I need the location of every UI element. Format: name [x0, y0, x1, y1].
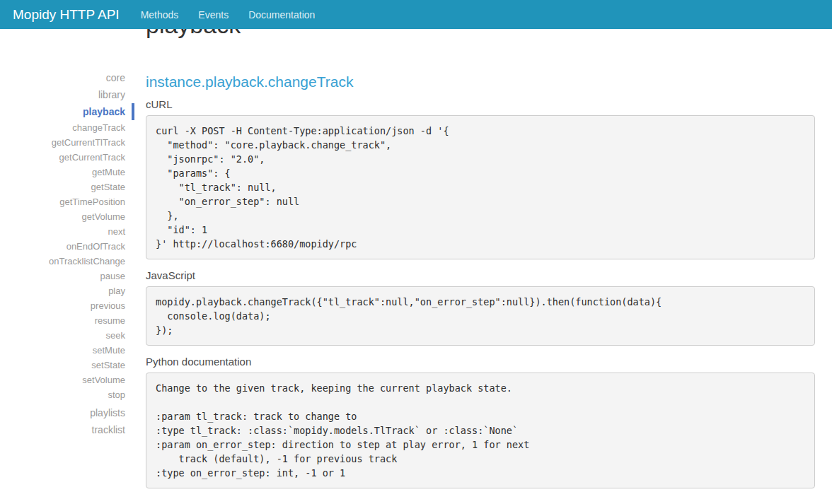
sidebar-subitem-resume: resume — [0, 313, 134, 328]
sidebar-subitem-play: play — [0, 283, 134, 298]
sidebar-sublink-getState[interactable]: getState — [0, 180, 134, 194]
code-text: Change to the given track, keeping the c… — [156, 382, 529, 479]
sidebar-sublink-setMute[interactable]: setMute — [0, 343, 134, 358]
sidebar-subitem-setState: setState — [0, 358, 134, 373]
navbar-links: Methods Events Documentation — [131, 9, 325, 20]
sidebar-item-playback: playbackchangeTrackgetCurrentTlTrackgetC… — [0, 103, 134, 402]
sidebar-subitem-stop: stop — [0, 387, 134, 402]
sidebar-subitem-onTracklistChange: onTracklistChange — [0, 254, 134, 269]
sidebar-subitem-getMute: getMute — [0, 165, 134, 180]
brand-link[interactable]: Mopidy HTTP API — [13, 7, 120, 23]
code-block: curl -X POST -H Content-Type:application… — [146, 115, 815, 259]
sidebar-subitem-getTimePosition: getTimePosition — [0, 194, 134, 209]
code-section: JavaScript mopidy.playback.changeTrack({… — [146, 269, 815, 346]
sidebar-subitem-changeTrack: changeTrack — [0, 120, 134, 135]
sidebar-link-core[interactable]: core — [0, 69, 134, 86]
nav-link-methods[interactable]: Methods — [131, 9, 189, 20]
sidebar-sublink-onEndOfTrack[interactable]: onEndOfTrack — [0, 239, 134, 254]
sidebar-item-tracklist: tracklist — [0, 421, 134, 438]
sidebar-sublink-getCurrentTlTrack[interactable]: getCurrentTlTrack — [0, 135, 134, 150]
sidebar-subitem-getCurrentTrack: getCurrentTrack — [0, 150, 134, 165]
code-section-label: Python documentation — [146, 355, 815, 368]
sidebar: corelibraryplaybackchangeTrackgetCurrent… — [0, 69, 134, 438]
code-block: mopidy.playback.changeTrack({"tl_track":… — [146, 286, 815, 346]
code-text: curl -X POST -H Content-Type:application… — [156, 125, 449, 250]
code-block: Change to the given track, keeping the c… — [146, 373, 815, 488]
sidebar-link-tracklist[interactable]: tracklist — [0, 421, 134, 438]
sidebar-link-playback[interactable]: playback — [0, 103, 134, 120]
sidebar-subitem-pause: pause — [0, 269, 134, 283]
sidebar-sublink-onTracklistChange[interactable]: onTracklistChange — [0, 254, 134, 269]
sidebar-subitem-setMute: setMute — [0, 343, 134, 358]
top-navbar: Mopidy HTTP API Methods Events Documenta… — [0, 0, 832, 29]
sidebar-sublink-setState[interactable]: setState — [0, 358, 134, 373]
page: playback Mopidy HTTP API Methods Events … — [0, 0, 832, 504]
sidebar-link-library[interactable]: library — [0, 86, 134, 103]
sidebar-sublink-setVolume[interactable]: setVolume — [0, 373, 134, 387]
sidebar-sublink-next[interactable]: next — [0, 224, 134, 239]
main-content: instance.playback.changeTrack cURL curl … — [146, 68, 815, 488]
sidebar-item-library: library — [0, 86, 134, 103]
sidebar-subitem-seek: seek — [0, 328, 134, 343]
sidebar-sublink-getVolume[interactable]: getVolume — [0, 209, 134, 224]
code-sections: cURL curl -X POST -H Content-Type:applic… — [146, 98, 815, 488]
sidebar-sublist-playback: changeTrackgetCurrentTlTrackgetCurrentTr… — [0, 120, 134, 402]
sidebar-subitem-getVolume: getVolume — [0, 209, 134, 224]
sidebar-sublink-pause[interactable]: pause — [0, 269, 134, 283]
sidebar-subitem-getState: getState — [0, 180, 134, 194]
sidebar-sublink-getTimePosition[interactable]: getTimePosition — [0, 194, 134, 209]
sidebar-sublink-stop[interactable]: stop — [0, 387, 134, 402]
sidebar-subitem-getCurrentTlTrack: getCurrentTlTrack — [0, 135, 134, 150]
sidebar-item-core: core — [0, 69, 134, 86]
sidebar-sublink-getMute[interactable]: getMute — [0, 165, 134, 180]
sidebar-sublink-previous[interactable]: previous — [0, 298, 134, 313]
sidebar-sublink-seek[interactable]: seek — [0, 328, 134, 343]
sidebar-subitem-previous: previous — [0, 298, 134, 313]
sidebar-sublink-getCurrentTrack[interactable]: getCurrentTrack — [0, 150, 134, 165]
sidebar-sublink-changeTrack[interactable]: changeTrack — [0, 120, 134, 135]
sidebar-list: corelibraryplaybackchangeTrackgetCurrent… — [0, 69, 134, 438]
sidebar-subitem-onEndOfTrack: onEndOfTrack — [0, 239, 134, 254]
sidebar-subitem-setVolume: setVolume — [0, 373, 134, 387]
nav-link-events[interactable]: Events — [188, 9, 238, 20]
sidebar-sublink-play[interactable]: play — [0, 283, 134, 298]
sidebar-sublink-resume[interactable]: resume — [0, 313, 134, 328]
method-heading: instance.playback.changeTrack — [146, 72, 815, 92]
code-section: Python documentation Change to the given… — [146, 355, 815, 488]
sidebar-item-playlists: playlists — [0, 404, 134, 421]
sidebar-subitem-next: next — [0, 224, 134, 239]
code-section-label: cURL — [146, 98, 815, 111]
code-text: mopidy.playback.changeTrack({"tl_track":… — [156, 296, 661, 336]
code-section: cURL curl -X POST -H Content-Type:applic… — [146, 98, 815, 259]
code-section-label: JavaScript — [146, 269, 815, 282]
nav-link-documentation[interactable]: Documentation — [238, 9, 325, 20]
sidebar-link-playlists[interactable]: playlists — [0, 404, 134, 421]
